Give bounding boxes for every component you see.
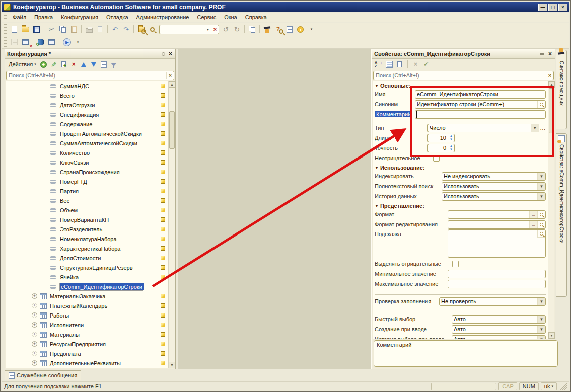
properties-search-input[interactable] (374, 72, 546, 79)
tree-item[interactable]: СуммаНДС (6, 81, 168, 91)
scroll-down-icon[interactable]: ▼ (548, 332, 555, 339)
syntax-check-icon[interactable]: ↺ (221, 24, 231, 34)
configuration-close-icon[interactable]: × (168, 50, 173, 57)
new-document-icon[interactable] (9, 24, 20, 34)
section-basic[interactable]: ▼Основные: (375, 81, 546, 89)
tree-item[interactable]: +Исполнители (6, 320, 168, 330)
expand-icon[interactable]: + (32, 332, 37, 337)
global-search-input[interactable] (160, 25, 204, 34)
tree-item[interactable]: +ПлатежныйКалендарь (6, 301, 168, 310)
highlight-negative-checkbox[interactable] (452, 261, 459, 267)
open-form-icon[interactable] (46, 37, 57, 47)
about-icon[interactable]: i (295, 24, 306, 34)
module-check-icon[interactable]: ↻ (232, 24, 242, 34)
scroll-up-icon[interactable]: ▲ (548, 81, 555, 88)
sort-list-icon[interactable] (100, 60, 108, 69)
resize-grip[interactable] (560, 383, 567, 390)
menu-configuration[interactable]: Конфигурация (57, 13, 102, 21)
tree-item-selected[interactable]: eComm_ИдентификаторСтроки (6, 282, 168, 291)
expand-icon[interactable]: + (32, 360, 37, 366)
close-configuration-icon[interactable]: × (20, 37, 31, 47)
search-clear-icon[interactable]: × (211, 26, 219, 32)
tree-item[interactable]: +МатериалыЗаказчика (6, 291, 168, 301)
open-editor-icon[interactable] (537, 221, 545, 228)
menu-service[interactable]: Сервис (193, 13, 220, 21)
menu-file[interactable]: Файл (9, 13, 30, 21)
edit-format-field[interactable]: ... (448, 220, 546, 229)
data-history-combo[interactable]: Использовать▼ (442, 192, 546, 201)
add-by-template-icon[interactable] (59, 60, 68, 69)
open-icon[interactable] (20, 24, 31, 34)
quick-choice-combo[interactable]: Авто▼ (452, 315, 546, 324)
scroll-up-icon[interactable]: ▲ (169, 81, 175, 88)
fulltext-combo[interactable]: Использовать▼ (442, 182, 546, 191)
expand-icon[interactable]: + (32, 303, 37, 308)
tree-item[interactable]: Спецификация (6, 110, 168, 119)
tree-scrollbar[interactable]: ▲ ▼ (168, 81, 175, 368)
paste-icon[interactable] (68, 24, 79, 34)
tree-item[interactable]: +Работы (6, 310, 168, 320)
tree-item[interactable]: СтранаПроисхождения (6, 167, 168, 177)
tree-item[interactable]: НомерГТД (6, 177, 168, 186)
menu-windows[interactable]: Окна (220, 13, 241, 21)
print-preview-icon[interactable] (95, 24, 105, 34)
comment-input[interactable] (415, 110, 546, 119)
type-ellipsis-button[interactable]: ... (540, 125, 546, 131)
expand-icon[interactable]: + (32, 293, 37, 299)
tree-item[interactable]: НоменклатураНабора (6, 234, 168, 244)
group-by-categories-icon[interactable] (385, 60, 393, 69)
tree-item[interactable]: Всего (6, 91, 168, 100)
configuration-tree-icon[interactable] (9, 37, 20, 47)
open-editor-icon[interactable] (537, 211, 545, 218)
tab-properties[interactable]: Свойства: eComm_ИдентификаторСтроки (556, 133, 567, 297)
dropdown-icon[interactable]: ▼ (537, 326, 545, 333)
dropdown-icon[interactable]: ▼ (537, 193, 545, 200)
tree-item[interactable]: НомерВариантаКП (6, 215, 168, 224)
actions-menu-button[interactable]: Действия▾ (7, 61, 38, 68)
format-field[interactable]: ... (448, 210, 546, 219)
find-in-files-icon[interactable] (136, 24, 147, 34)
tree-item[interactable]: +ДополнительныеРеквизиты (6, 358, 168, 368)
tab-syntax-assistant[interactable]: Синтакс-помощник (556, 50, 567, 129)
tree-item[interactable]: Количество (6, 148, 168, 158)
apply-edit-icon[interactable]: ✔ (422, 60, 431, 69)
create-on-input-combo[interactable]: Авто▼ (452, 325, 546, 334)
dropdown-icon[interactable]: ▼ (537, 173, 545, 180)
copy-icon[interactable] (57, 24, 68, 34)
fill-check-combo[interactable]: Не проверять▼ (439, 297, 546, 306)
tree-item[interactable]: ПроцентАвтоматическойСкидки (6, 129, 168, 138)
update-database-config-icon[interactable]: ↻ (35, 37, 46, 47)
dropdown-icon[interactable]: ▼ (531, 124, 539, 132)
scroll-thumb[interactable] (169, 111, 175, 149)
unpin-icon[interactable] (540, 53, 544, 55)
toolbar-more-icon[interactable]: ▾ (306, 24, 317, 34)
tree-item[interactable]: +РесурсыПредприятия (6, 339, 168, 349)
scroll-down-icon[interactable]: ▼ (169, 362, 175, 368)
filter-icon[interactable] (110, 60, 118, 69)
tree-item[interactable]: ДатаОтгрузки (6, 100, 168, 110)
menu-edit[interactable]: Правка (30, 13, 57, 21)
redo-icon[interactable]: ↷ (121, 24, 131, 34)
open-editor-icon[interactable] (537, 230, 545, 238)
sort-alphabetical-icon[interactable]: AZ (374, 60, 383, 69)
cancel-edit-icon[interactable]: × (411, 60, 420, 69)
move-down-icon[interactable] (90, 60, 98, 69)
nonnegative-checkbox[interactable] (433, 155, 440, 162)
tree-item[interactable]: ДоляСтоимости (6, 253, 168, 263)
tree-item[interactable]: КлючСвязи (6, 158, 168, 167)
tree-item[interactable]: +Предоплата (6, 349, 168, 358)
tree-item[interactable]: ХарактеристикаНабора (6, 244, 168, 253)
cut-icon[interactable]: ✂ (46, 24, 57, 34)
ellipsis-icon[interactable]: ... (529, 221, 537, 228)
menu-debug[interactable]: Отладка (102, 13, 132, 21)
move-up-icon[interactable] (80, 60, 88, 69)
language-selector[interactable]: uk▾ (541, 382, 557, 390)
dropdown-icon[interactable]: ▼ (537, 298, 545, 305)
start-debugging-icon[interactable]: ▶ (61, 37, 72, 47)
print-icon[interactable] (84, 24, 94, 34)
type-combo[interactable]: Число▼ (427, 124, 539, 132)
dropdown-icon[interactable]: ▼ (537, 336, 545, 339)
save-icon[interactable] (31, 24, 42, 34)
tree-item[interactable]: ЭтоРазделитель (6, 224, 168, 234)
tree-item[interactable]: СтруктурнаяЕдиницаРезерв (6, 263, 168, 272)
